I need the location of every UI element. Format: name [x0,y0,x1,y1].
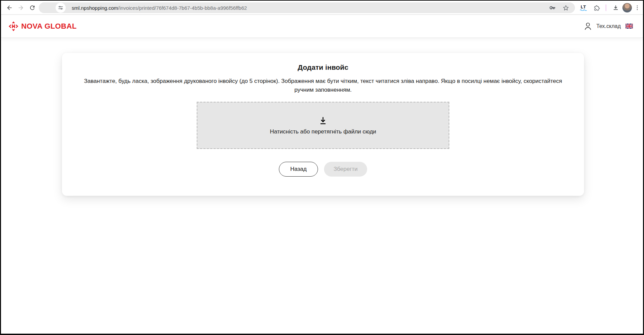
toolbar-divider [606,4,606,11]
back-button[interactable] [4,2,15,13]
person-icon [583,22,592,31]
url-text[interactable]: sml.npshopping.com/invoices/printed/76f6… [72,5,548,11]
browser-menu-button[interactable] [632,2,643,13]
page-title: Додати інвойс [62,63,584,71]
languagetool-extension-button[interactable]: LT [580,5,587,11]
profile-avatar[interactable] [622,3,632,12]
back-arrow-icon [6,4,13,11]
url-bar[interactable]: sml.npshopping.com/invoices/printed/76f6… [39,2,575,13]
downloads-button[interactable] [610,2,621,13]
user-label[interactable]: Тех.склад [596,23,621,29]
forward-arrow-icon [18,4,24,11]
squiggle-underline-icon [580,9,587,11]
save-button[interactable]: Зберегти [324,162,367,177]
site-info-button[interactable] [56,3,66,13]
logo-text: NOVA GLOBAL [21,22,77,31]
forward-button[interactable] [15,2,27,13]
reload-icon [29,4,36,11]
account-button[interactable] [583,21,593,31]
puzzle-icon [593,4,600,11]
bookmark-button[interactable] [561,3,570,12]
url-domain: sml.npshopping.com [72,5,118,11]
languagetool-icon: LT [581,5,586,9]
back-button-page[interactable]: Назад [279,162,318,177]
site-header: NOVA GLOBAL Тех.склад [1,15,643,38]
url-path: /invoices/printed/76f674d8-7b67-4b5b-bb8… [118,5,247,11]
kebab-menu-icon [634,4,641,11]
extensions-button[interactable] [591,2,603,13]
browser-window: sml.npshopping.com/invoices/printed/76f6… [0,0,644,335]
reload-button[interactable] [27,2,38,13]
key-icon [549,4,556,11]
nova-global-logo[interactable]: NOVA GLOBAL [8,21,77,31]
tune-icon [58,5,63,10]
page-content: Додати інвойс Завантажте, будь ласка, зо… [1,38,643,334]
language-switch-button[interactable] [625,24,633,29]
file-dropzone[interactable]: Натисність або перетягніть файли сюди [197,102,449,149]
user-area: Тех.склад [583,21,633,31]
upload-download-icon [318,116,328,126]
nova-arrows-icon [8,21,19,31]
instructions-text: Завантажте, будь ласка, зображення друко… [62,77,584,94]
uk-flag-icon [625,24,633,29]
password-manager-button[interactable] [548,3,557,12]
star-icon [562,4,569,11]
dropzone-label: Натисність або перетягніть файли сюди [270,128,376,135]
browser-toolbar: sml.npshopping.com/invoices/printed/76f6… [1,1,643,15]
download-icon [612,4,619,11]
button-row: Назад Зберегти [62,162,584,177]
add-invoice-card: Додати інвойс Завантажте, будь ласка, зо… [62,53,584,196]
